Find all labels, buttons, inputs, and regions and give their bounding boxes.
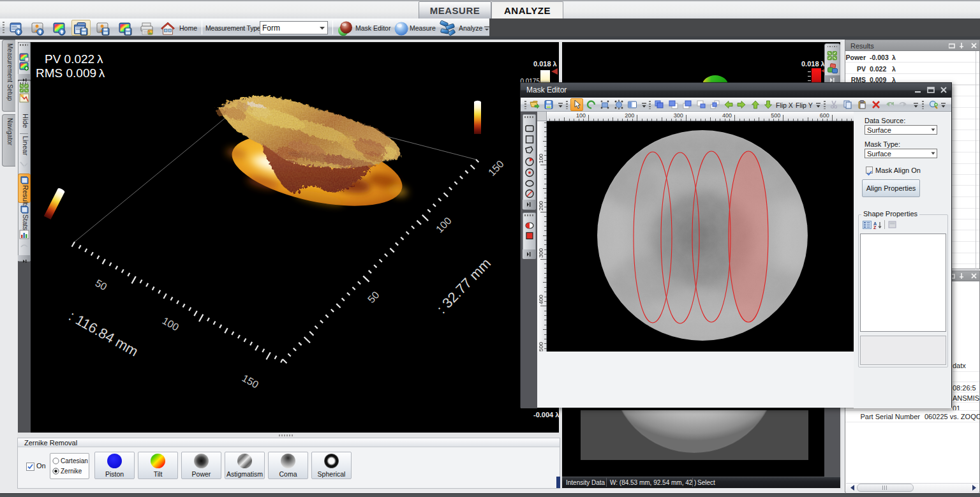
svg-text:100: 100 — [434, 215, 454, 235]
svg-text:Z: Z — [873, 225, 877, 230]
svg-text:: 116.84 mm: : 116.84 mm — [66, 308, 141, 360]
svg-text:100: 100 — [161, 315, 181, 333]
svg-text:150: 150 — [241, 373, 261, 390]
svg-text:50: 50 — [366, 289, 382, 305]
svg-text:50: 50 — [94, 278, 109, 293]
svg-text:: 32.77 mm: : 32.77 mm — [434, 255, 494, 316]
svg-text:150: 150 — [486, 158, 506, 178]
